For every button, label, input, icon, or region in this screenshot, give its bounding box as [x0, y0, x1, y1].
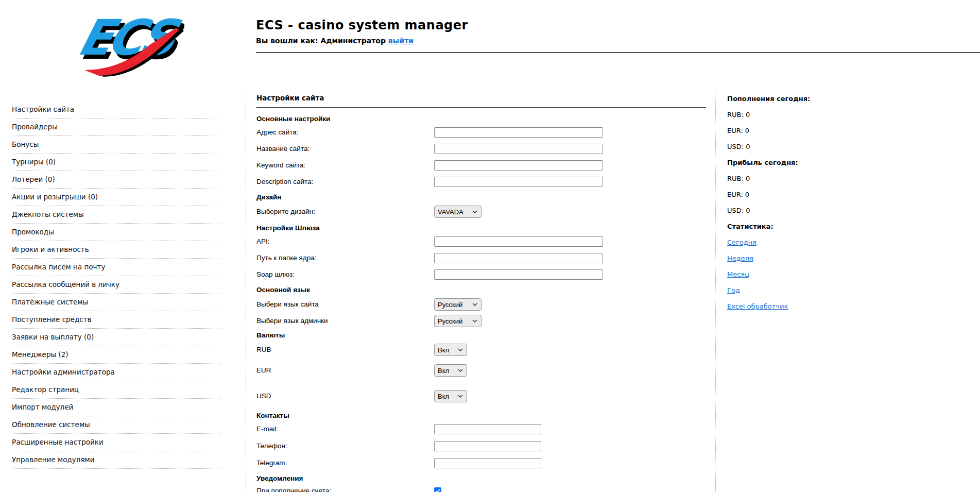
form-row: Выбери язык админки Русский — [256, 315, 703, 327]
sidebar-item[interactable]: Бонусы — [12, 136, 220, 154]
chevron-down-icon — [472, 303, 477, 306]
api-label: API: — [256, 237, 434, 246]
form-row: RUB Вкл — [256, 344, 703, 356]
site-name-input[interactable] — [434, 144, 603, 154]
logout-link[interactable]: выйти — [388, 37, 414, 45]
sidebar-item[interactable]: Игроки и активность — [12, 241, 220, 259]
sidebar-item[interactable]: Заявки на выплату (0) — [12, 329, 220, 346]
form-row: Путь к папке ядра: — [256, 253, 703, 263]
site-lang-value: Русский — [438, 301, 462, 309]
stats-link-week[interactable]: Неделя — [727, 255, 753, 262]
deposits-eur: EUR: 0 — [727, 127, 882, 134]
statistics-title: Статистика: — [727, 223, 882, 230]
chevron-down-icon — [472, 210, 477, 213]
phone-label: Телефон: — [256, 442, 434, 450]
site-address-label: Адрес сайта: — [256, 128, 434, 137]
admin-lang-label: Выбери язык админки — [256, 317, 434, 325]
usd-label: USD — [256, 392, 434, 400]
profit-eur: EUR: 0 — [727, 191, 882, 198]
sidebar-item[interactable]: Джекпоты системы — [12, 206, 220, 224]
telegram-input[interactable] — [434, 458, 541, 468]
checkmark-icon — [435, 489, 440, 492]
sidebar-item[interactable]: Управление модулями — [12, 451, 220, 469]
stats-link-excel[interactable]: Excel обработчик — [727, 302, 788, 310]
design-select[interactable]: VAVADA — [434, 206, 482, 218]
sidebar-item[interactable]: Платёжные системы — [12, 294, 220, 311]
deposit-notify-checkbox[interactable] — [434, 487, 441, 492]
sidebar-item[interactable]: Настройки администратора — [12, 364, 220, 381]
site-description-input[interactable] — [434, 177, 603, 187]
email-input[interactable] — [434, 424, 541, 434]
stats-link-today[interactable]: Сегодня — [727, 239, 757, 246]
telegram-label: Telegram: — [256, 459, 434, 467]
ecs-logo: ECS ECS — [71, 9, 184, 77]
sidebar-item[interactable]: Импорт модулей — [12, 399, 220, 416]
sidebar-item[interactable]: Рассылка писем на почту — [12, 259, 220, 276]
section-contacts: Контакты — [256, 412, 703, 420]
sidebar-item[interactable]: Лотереи (0) — [12, 171, 220, 189]
form-row: При пополнение счета: — [256, 487, 703, 492]
sidebar-item[interactable]: Провайдеры — [12, 118, 220, 136]
api-input[interactable] — [434, 236, 603, 247]
sidebar-item[interactable]: Турниры (0) — [12, 154, 220, 171]
form-row: Telegram: — [256, 458, 703, 468]
site-keyword-input[interactable] — [434, 160, 603, 171]
site-description-label: Description сайта: — [256, 178, 434, 186]
chevron-down-icon — [458, 348, 463, 351]
header: ECS - casino system manager Вы вошли как… — [256, 18, 468, 45]
sidebar-item[interactable]: Обновление системы — [12, 416, 220, 434]
section-notifications: Уведомления — [256, 474, 703, 483]
sidebar-item[interactable]: Поступление средств — [12, 311, 220, 329]
header-divider — [256, 52, 980, 53]
sidebar-item[interactable]: Менеджеры (2) — [12, 346, 220, 364]
section-design: Дизайн — [256, 193, 703, 201]
sidebar-item[interactable]: Редактор страниц — [12, 381, 220, 399]
login-status-text: Вы вошли как: Администратор — [256, 37, 386, 45]
form-row: Description сайта: — [256, 177, 703, 187]
profit-usd: USD: 0 — [727, 207, 882, 214]
profit-rub: RUB: 0 — [727, 175, 882, 182]
site-lang-select[interactable]: Русский — [434, 298, 482, 311]
rub-select[interactable]: Вкл — [434, 344, 467, 356]
login-status: Вы вошли как: Администратор выйти — [256, 37, 468, 45]
sidebar-item[interactable]: Расширенные настройки — [12, 434, 220, 451]
chevron-down-icon — [472, 319, 477, 323]
form-row: Keyword сайта: — [256, 160, 703, 171]
soap-input[interactable] — [434, 269, 603, 280]
eur-value: Вкл — [438, 367, 449, 375]
admin-lang-value: Русский — [438, 317, 462, 325]
sidebar-item[interactable]: Настройки сайта — [12, 101, 220, 118]
site-address-input[interactable] — [434, 127, 603, 138]
site-lang-label: Выбери язык сайта — [256, 300, 434, 309]
section-gateway: Настройки Шлюза — [256, 224, 703, 232]
form-row: Адрес сайта: — [256, 127, 703, 138]
section-currencies: Валюты — [256, 331, 703, 340]
stats-link-month[interactable]: Месяц — [727, 270, 749, 278]
form-row: Выбери язык сайта Русский — [256, 298, 703, 311]
sidebar-item[interactable]: Рассылка сообщений в личку — [12, 276, 220, 294]
form-row: Выберите дизайн: VAVADA — [256, 206, 703, 218]
ecs-logo-icon: ECS ECS — [71, 9, 184, 77]
deposits-today-title: Пополнения сегодня: — [727, 95, 882, 103]
admin-lang-select[interactable]: Русский — [434, 315, 482, 327]
eur-select[interactable]: Вкл — [434, 364, 467, 377]
design-select-label: Выберите дизайн: — [256, 208, 434, 216]
sidebar-item[interactable]: Акции и розыгрыши (0) — [12, 189, 220, 206]
profit-today-title: Прибыль сегодня: — [727, 159, 882, 166]
form-row: USD Вкл — [256, 390, 703, 402]
core-path-input[interactable] — [434, 253, 603, 263]
sidebar-menu: Настройки сайтаПровайдерыБонусыТурниры (… — [12, 101, 220, 469]
stats-link-year[interactable]: Год — [727, 286, 740, 294]
panel-title: Настройки сайта — [256, 94, 703, 102]
core-path-label: Путь к папке ядра: — [256, 254, 434, 262]
design-select-value: VAVADA — [438, 208, 463, 216]
form-row: API: — [256, 236, 703, 247]
phone-input[interactable] — [434, 441, 541, 451]
sidebar-item[interactable]: Промокоды — [12, 224, 220, 241]
site-settings-panel: Настройки сайта Основные настройки Адрес… — [246, 89, 716, 492]
usd-select[interactable]: Вкл — [434, 390, 467, 402]
soap-label: Soap шлюз: — [256, 270, 434, 279]
form-row: Soap шлюз: — [256, 269, 703, 280]
form-row: Телефон: — [256, 441, 703, 451]
deposits-rub: RUB: 0 — [727, 111, 882, 118]
